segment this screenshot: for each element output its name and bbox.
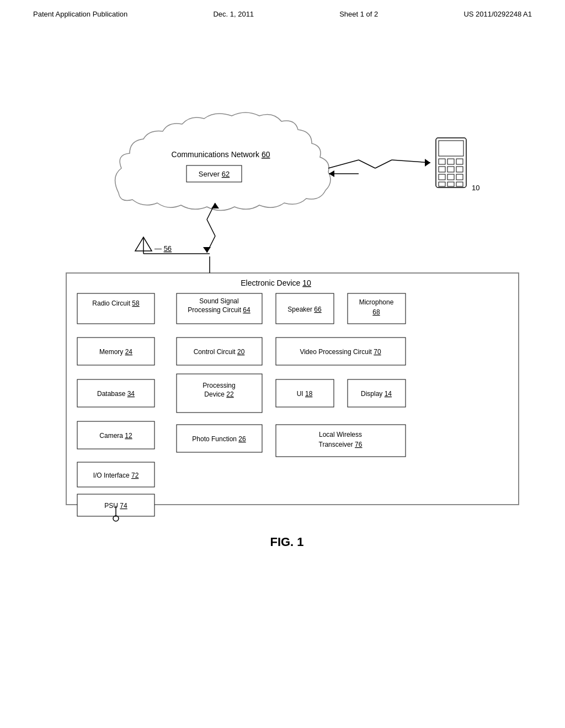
antenna-symbol: — 56	[135, 237, 210, 254]
radio-circuit-box	[77, 293, 154, 324]
phone-icon: 10	[436, 138, 479, 192]
microphone-num: 68	[372, 308, 380, 316]
header-left: Patent Application Publication	[33, 10, 127, 18]
speaker-label: Speaker 66	[287, 306, 322, 313]
server-label: Server 62	[199, 170, 230, 178]
sound-processing-label2: Processing Circuit 64	[188, 306, 250, 314]
memory-label: Memory 24	[99, 348, 132, 356]
control-circuit-label: Control Circuit 20	[194, 348, 245, 356]
header-sheet: Sheet 1 of 2	[339, 10, 378, 18]
cloud-label: Communications Network 60	[172, 150, 270, 159]
fig-label: FIG. 1	[270, 535, 303, 549]
cloud-shape: Communications Network 60 Server 62	[115, 113, 331, 211]
antenna-ref: — 56	[154, 244, 172, 253]
io-interface-label: I/O Interface 72	[93, 472, 139, 479]
microphone-label: Microphone	[359, 298, 394, 306]
photo-function-label: Photo Function 26	[192, 435, 246, 443]
svg-line-17	[375, 160, 392, 168]
svg-rect-2	[439, 141, 463, 156]
svg-line-16	[359, 160, 375, 168]
header-right: US 2011/0292248 A1	[463, 10, 532, 18]
local-wireless-label: Local Wireless	[319, 431, 362, 438]
svg-line-19	[392, 160, 430, 163]
phone-ref: 10	[472, 184, 479, 192]
video-processing-label: Video Processing Circuit 70	[300, 348, 381, 356]
processing-device-label2: Device 22	[204, 390, 234, 398]
svg-line-23	[207, 220, 215, 236]
ui-label: UI 18	[297, 390, 313, 398]
display-label: Display 14	[361, 390, 392, 398]
device-label: Electronic Device 10	[241, 279, 311, 287]
radio-circuit-label: Radio Circuit 58	[92, 299, 140, 307]
processing-device-label: Processing	[202, 382, 235, 389]
sound-processing-label: Sound Signal	[199, 297, 238, 305]
svg-line-15	[328, 160, 359, 168]
diagram-svg: Communications Network 60 Server 62	[33, 66, 530, 563]
page-header: Patent Application Publication Dec. 1, 2…	[0, 0, 565, 18]
database-label: Database 34	[97, 390, 135, 398]
camera-label: Camera 12	[99, 432, 132, 440]
local-wireless-label2: Transceiver 76	[319, 441, 363, 448]
wireless-arrow-cloud-phone	[328, 159, 430, 177]
diagram-area: Communications Network 60 Server 62	[33, 66, 532, 673]
svg-marker-25	[203, 247, 211, 253]
header-center-date: Dec. 1, 2011	[213, 10, 254, 18]
